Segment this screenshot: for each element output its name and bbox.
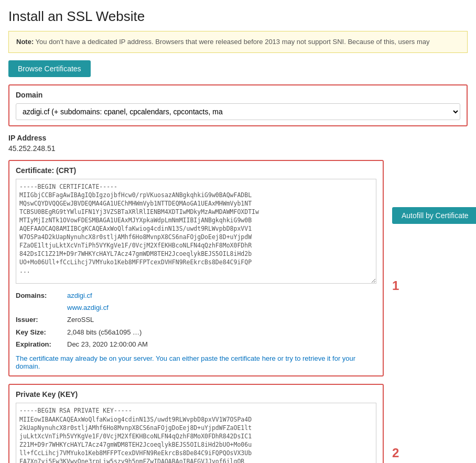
domains-value1: azdigi.cf (67, 289, 92, 302)
keysize-value: 2,048 bits (c56a1095 …) (67, 326, 142, 338)
issuer-value: ZeroSSL (67, 314, 94, 326)
ip-address-label: IP Address (8, 134, 468, 142)
domains-row2: www.azdigi.cf (16, 302, 376, 314)
note-bar: Note: You don't have a dedicated IP addr… (8, 31, 468, 53)
issuer-row: Issuer: ZeroSSL (16, 314, 376, 326)
domain-select[interactable]: azdigi.cf (+ subdomains: cpanel, cpcalen… (16, 103, 460, 120)
certificate-side: Autofill by Certificate 1 (384, 160, 468, 292)
certificate-textarea[interactable] (16, 179, 376, 284)
domain-label: Domain (16, 91, 460, 99)
private-key-side: 2 (384, 384, 468, 459)
note-text: You don't have a dedicated IP address. B… (36, 38, 430, 46)
private-key-row: Private Key (KEY) The private key may al… (8, 384, 468, 463)
page-title: Install an SSL Website (8, 8, 468, 25)
ip-address-value: 45.252.248.51 (8, 144, 468, 153)
expiration-label: Expiration: (16, 338, 63, 350)
browse-certificates-button[interactable]: Browse Certificates (8, 60, 91, 77)
private-key-badge: 2 (392, 447, 399, 459)
issuer-label: Issuer: (16, 314, 63, 326)
certificate-hint: The certificate may already be on your s… (16, 354, 376, 370)
certificate-row: Certificate: (CRT) Domains: azdigi.cf ww… (8, 160, 468, 384)
expiration-value: Dec 23, 2020 12:00:00 AM (67, 338, 148, 350)
autofill-certificate-button[interactable]: Autofill by Certificate (392, 207, 476, 224)
domains-label2 (16, 302, 63, 314)
certificate-section: Certificate: (CRT) Domains: azdigi.cf ww… (8, 160, 384, 377)
certificate-label: Certificate: (CRT) (16, 166, 376, 175)
ip-address-section: IP Address 45.252.248.51 (8, 134, 468, 153)
domain-section: Domain azdigi.cf (+ subdomains: cpanel, … (8, 84, 468, 126)
private-key-main: Private Key (KEY) The private key may al… (8, 384, 384, 463)
keysize-row: Key Size: 2,048 bits (c56a1095 …) (16, 326, 376, 338)
keysize-label: Key Size: (16, 326, 63, 338)
domains-value2: www.azdigi.cf (67, 302, 109, 314)
certificate-info: Domains: azdigi.cf www.azdigi.cf Issuer:… (16, 289, 376, 351)
certificate-badge: 1 (392, 279, 399, 292)
certificate-main: Certificate: (CRT) Domains: azdigi.cf ww… (8, 160, 384, 384)
private-key-section: Private Key (KEY) The private key may al… (8, 384, 384, 463)
note-label: Note: (16, 38, 34, 46)
private-key-label: Private Key (KEY) (16, 390, 376, 399)
private-key-textarea[interactable] (16, 403, 376, 463)
domains-label: Domains: (16, 289, 63, 302)
domains-row: Domains: azdigi.cf (16, 289, 376, 302)
certificate-side-buttons: Autofill by Certificate 1 (392, 160, 476, 292)
expiration-row: Expiration: Dec 23, 2020 12:00:00 AM (16, 338, 376, 350)
